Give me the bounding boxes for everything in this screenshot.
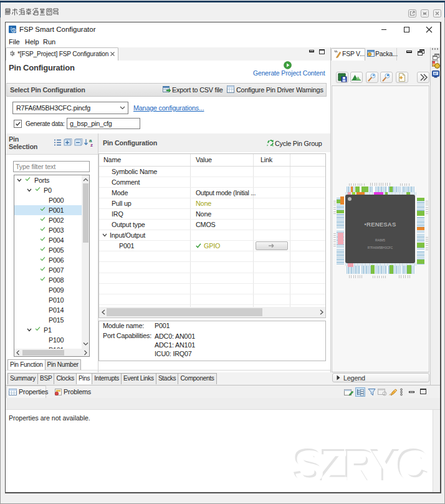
svg-text:S: S — [12, 28, 16, 32]
svg-text:z: z — [90, 142, 93, 147]
